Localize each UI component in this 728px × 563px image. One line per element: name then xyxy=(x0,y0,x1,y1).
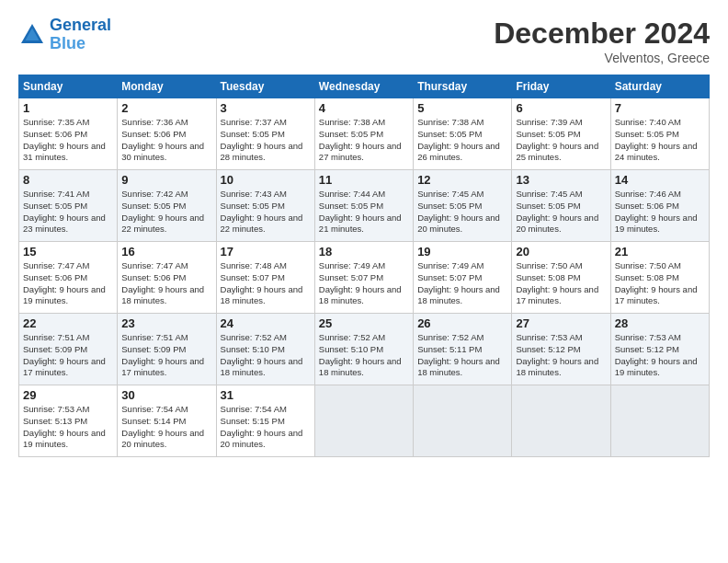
logo: General Blue xyxy=(18,17,111,53)
day-cell: 8 Sunrise: 7:41 AM Sunset: 5:05 PM Dayli… xyxy=(19,170,118,242)
day-cell: 22 Sunrise: 7:51 AM Sunset: 5:09 PM Dayl… xyxy=(19,314,118,385)
day-info: Sunrise: 7:53 AM Sunset: 5:12 PM Dayligh… xyxy=(615,332,705,379)
day-cell: 20 Sunrise: 7:50 AM Sunset: 5:08 PM Dayl… xyxy=(512,242,610,314)
header: General Blue December 2024 Velventos, Gr… xyxy=(18,17,710,65)
day-cell xyxy=(314,385,413,457)
day-number: 14 xyxy=(615,173,705,187)
day-number: 26 xyxy=(417,316,507,330)
day-info: Sunrise: 7:42 AM Sunset: 5:05 PM Dayligh… xyxy=(121,189,211,236)
day-info: Sunrise: 7:52 AM Sunset: 5:10 PM Dayligh… xyxy=(319,332,409,379)
header-row: Sunday Monday Tuesday Wednesday Thursday… xyxy=(19,75,710,98)
day-info: Sunrise: 7:46 AM Sunset: 5:06 PM Dayligh… xyxy=(615,189,705,236)
week-row-1: 8 Sunrise: 7:41 AM Sunset: 5:05 PM Dayli… xyxy=(19,170,710,242)
day-cell: 2 Sunrise: 7:36 AM Sunset: 5:06 PM Dayli… xyxy=(118,98,216,170)
day-number: 10 xyxy=(221,173,311,187)
day-number: 23 xyxy=(121,316,211,330)
day-number: 9 xyxy=(121,173,211,187)
day-cell xyxy=(512,385,610,457)
day-info: Sunrise: 7:44 AM Sunset: 5:05 PM Dayligh… xyxy=(319,189,409,236)
day-cell: 26 Sunrise: 7:52 AM Sunset: 5:11 PM Dayl… xyxy=(414,314,512,385)
day-info: Sunrise: 7:54 AM Sunset: 5:15 PM Dayligh… xyxy=(221,404,311,451)
day-info: Sunrise: 7:45 AM Sunset: 5:05 PM Dayligh… xyxy=(417,189,507,236)
day-cell: 5 Sunrise: 7:38 AM Sunset: 5:05 PM Dayli… xyxy=(414,98,512,170)
day-number: 25 xyxy=(319,316,409,330)
day-cell: 10 Sunrise: 7:43 AM Sunset: 5:05 PM Dayl… xyxy=(216,170,314,242)
week-row-2: 15 Sunrise: 7:47 AM Sunset: 5:06 PM Dayl… xyxy=(19,242,710,314)
day-number: 28 xyxy=(615,316,705,330)
day-number: 16 xyxy=(121,245,211,259)
day-cell: 24 Sunrise: 7:52 AM Sunset: 5:10 PM Dayl… xyxy=(216,314,314,385)
day-cell: 17 Sunrise: 7:48 AM Sunset: 5:07 PM Dayl… xyxy=(216,242,314,314)
day-info: Sunrise: 7:38 AM Sunset: 5:05 PM Dayligh… xyxy=(417,117,507,164)
day-info: Sunrise: 7:52 AM Sunset: 5:11 PM Dayligh… xyxy=(417,332,507,379)
day-cell: 19 Sunrise: 7:49 AM Sunset: 5:07 PM Dayl… xyxy=(414,242,512,314)
day-info: Sunrise: 7:47 AM Sunset: 5:06 PM Dayligh… xyxy=(23,260,113,307)
month-title: December 2024 xyxy=(494,17,710,51)
day-cell xyxy=(414,385,512,457)
day-cell: 28 Sunrise: 7:53 AM Sunset: 5:12 PM Dayl… xyxy=(610,314,709,385)
day-info: Sunrise: 7:47 AM Sunset: 5:06 PM Dayligh… xyxy=(121,260,211,307)
day-info: Sunrise: 7:49 AM Sunset: 5:07 PM Dayligh… xyxy=(319,260,409,307)
day-info: Sunrise: 7:51 AM Sunset: 5:09 PM Dayligh… xyxy=(121,332,211,379)
col-friday: Friday xyxy=(512,75,610,98)
col-tuesday: Tuesday xyxy=(216,75,314,98)
page: General Blue December 2024 Velventos, Gr… xyxy=(0,0,728,466)
col-sunday: Sunday xyxy=(19,75,118,98)
day-info: Sunrise: 7:35 AM Sunset: 5:06 PM Dayligh… xyxy=(23,117,113,164)
week-row-4: 29 Sunrise: 7:53 AM Sunset: 5:13 PM Dayl… xyxy=(19,385,710,457)
day-number: 11 xyxy=(319,173,409,187)
day-cell: 29 Sunrise: 7:53 AM Sunset: 5:13 PM Dayl… xyxy=(19,385,118,457)
col-saturday: Saturday xyxy=(610,75,709,98)
day-cell: 3 Sunrise: 7:37 AM Sunset: 5:05 PM Dayli… xyxy=(216,98,314,170)
day-number: 15 xyxy=(23,245,113,259)
day-info: Sunrise: 7:45 AM Sunset: 5:05 PM Dayligh… xyxy=(516,189,606,236)
day-number: 17 xyxy=(221,245,311,259)
day-number: 22 xyxy=(23,316,113,330)
day-number: 4 xyxy=(319,101,409,115)
day-cell: 23 Sunrise: 7:51 AM Sunset: 5:09 PM Dayl… xyxy=(118,314,216,385)
day-number: 7 xyxy=(615,101,705,115)
day-cell: 4 Sunrise: 7:38 AM Sunset: 5:05 PM Dayli… xyxy=(314,98,413,170)
day-number: 2 xyxy=(121,101,211,115)
day-cell: 6 Sunrise: 7:39 AM Sunset: 5:05 PM Dayli… xyxy=(512,98,610,170)
week-row-0: 1 Sunrise: 7:35 AM Sunset: 5:06 PM Dayli… xyxy=(19,98,710,170)
day-number: 12 xyxy=(417,173,507,187)
day-cell: 16 Sunrise: 7:47 AM Sunset: 5:06 PM Dayl… xyxy=(118,242,216,314)
day-cell: 25 Sunrise: 7:52 AM Sunset: 5:10 PM Dayl… xyxy=(314,314,413,385)
day-info: Sunrise: 7:40 AM Sunset: 5:05 PM Dayligh… xyxy=(615,117,705,164)
calendar-table: Sunday Monday Tuesday Wednesday Thursday… xyxy=(18,75,710,457)
week-row-3: 22 Sunrise: 7:51 AM Sunset: 5:09 PM Dayl… xyxy=(19,314,710,385)
day-cell: 12 Sunrise: 7:45 AM Sunset: 5:05 PM Dayl… xyxy=(414,170,512,242)
day-info: Sunrise: 7:52 AM Sunset: 5:10 PM Dayligh… xyxy=(221,332,311,379)
day-info: Sunrise: 7:48 AM Sunset: 5:07 PM Dayligh… xyxy=(221,260,311,307)
day-info: Sunrise: 7:38 AM Sunset: 5:05 PM Dayligh… xyxy=(319,117,409,164)
day-number: 20 xyxy=(516,245,606,259)
day-info: Sunrise: 7:53 AM Sunset: 5:12 PM Dayligh… xyxy=(516,332,606,379)
day-cell: 15 Sunrise: 7:47 AM Sunset: 5:06 PM Dayl… xyxy=(19,242,118,314)
location: Velventos, Greece xyxy=(494,51,710,65)
day-number: 24 xyxy=(221,316,311,330)
day-info: Sunrise: 7:50 AM Sunset: 5:08 PM Dayligh… xyxy=(615,260,705,307)
day-info: Sunrise: 7:36 AM Sunset: 5:06 PM Dayligh… xyxy=(121,117,211,164)
day-info: Sunrise: 7:37 AM Sunset: 5:05 PM Dayligh… xyxy=(221,117,311,164)
logo-text: General Blue xyxy=(50,17,111,53)
logo-icon xyxy=(18,21,46,49)
day-info: Sunrise: 7:53 AM Sunset: 5:13 PM Dayligh… xyxy=(23,404,113,451)
day-cell: 31 Sunrise: 7:54 AM Sunset: 5:15 PM Dayl… xyxy=(216,385,314,457)
day-number: 3 xyxy=(221,101,311,115)
day-cell: 9 Sunrise: 7:42 AM Sunset: 5:05 PM Dayli… xyxy=(118,170,216,242)
day-number: 31 xyxy=(221,388,311,402)
day-number: 5 xyxy=(417,101,507,115)
day-cell: 27 Sunrise: 7:53 AM Sunset: 5:12 PM Dayl… xyxy=(512,314,610,385)
day-info: Sunrise: 7:49 AM Sunset: 5:07 PM Dayligh… xyxy=(417,260,507,307)
day-info: Sunrise: 7:41 AM Sunset: 5:05 PM Dayligh… xyxy=(23,189,113,236)
day-cell xyxy=(610,385,709,457)
col-wednesday: Wednesday xyxy=(314,75,413,98)
day-number: 8 xyxy=(23,173,113,187)
day-number: 13 xyxy=(516,173,606,187)
day-cell: 14 Sunrise: 7:46 AM Sunset: 5:06 PM Dayl… xyxy=(610,170,709,242)
day-cell: 18 Sunrise: 7:49 AM Sunset: 5:07 PM Dayl… xyxy=(314,242,413,314)
day-cell: 13 Sunrise: 7:45 AM Sunset: 5:05 PM Dayl… xyxy=(512,170,610,242)
day-number: 18 xyxy=(319,245,409,259)
day-cell: 21 Sunrise: 7:50 AM Sunset: 5:08 PM Dayl… xyxy=(610,242,709,314)
